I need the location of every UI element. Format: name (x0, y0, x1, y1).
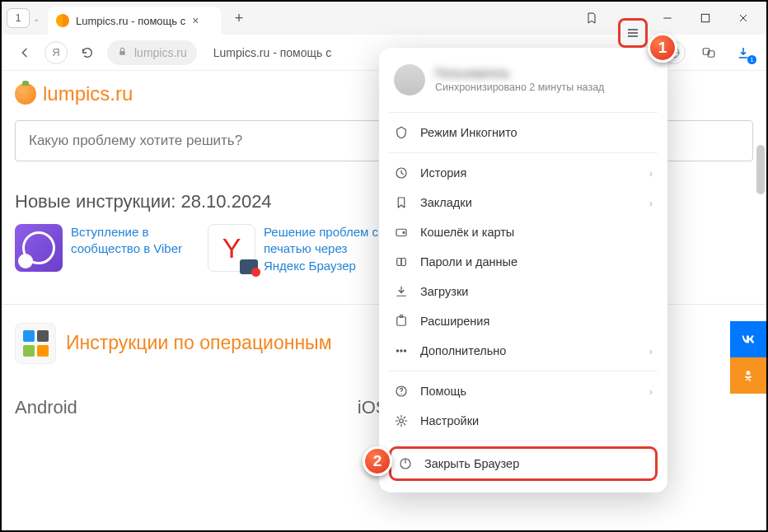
site-name[interactable]: lumpics.ru (43, 82, 133, 105)
viber-thumb-icon (15, 224, 63, 272)
menu-separator (389, 112, 658, 113)
downloads-badge: 1 (747, 55, 756, 64)
menu-item-label: Закрыть Браузер (424, 457, 519, 470)
menu-separator (389, 152, 658, 153)
annotation-callout-2: 2 (363, 446, 392, 476)
tab-dropdown-icon[interactable]: ⌄ (33, 14, 40, 23)
article-link[interactable]: Решение проблем с печатью через Яндекс Б… (264, 224, 381, 274)
download-icon (394, 284, 409, 299)
help-icon (394, 384, 409, 399)
annotation-callout-1: 1 (648, 33, 677, 63)
svg-rect-16 (401, 259, 405, 266)
svg-point-8 (747, 371, 751, 375)
menu-item-label: Режим Инкогнито (420, 126, 517, 139)
main-menu-button[interactable] (618, 18, 648, 48)
menu-separator (389, 441, 658, 441)
titlebar: 1 ⌄ Lumpics.ru - помощь с × + (2, 2, 766, 35)
tab-counter[interactable]: 1 (7, 8, 30, 28)
menu-close-browser[interactable]: Закрыть Браузер (389, 446, 658, 481)
menu-item-label: Помощь (420, 385, 466, 398)
close-window-button[interactable] (725, 5, 761, 31)
menu-settings[interactable]: Настройки (379, 406, 667, 436)
chevron-right-icon: › (649, 197, 653, 209)
article-card[interactable]: Вступление в сообщество в Viber (15, 224, 188, 274)
back-button[interactable] (13, 41, 36, 64)
menu-bookmarks[interactable]: Закладки › (379, 188, 667, 217)
more-icon (394, 343, 409, 358)
menu-passwords[interactable]: Пароли и данные (379, 247, 667, 277)
svg-rect-17 (397, 317, 406, 326)
svg-point-23 (400, 419, 404, 423)
browser-main-menu: Пользователь Синхронизировано 2 минуты н… (379, 48, 667, 492)
svg-rect-18 (400, 315, 403, 318)
sync-status: Синхронизировано 2 минуты назад (435, 82, 604, 93)
menu-item-label: Кошелёк и карты (420, 226, 514, 239)
account-name: Пользователь (435, 67, 604, 80)
history-icon (394, 166, 409, 180)
favicon-icon (56, 14, 69, 27)
lock-icon (117, 45, 128, 60)
scrollbar[interactable] (756, 145, 765, 194)
svg-rect-4 (119, 50, 125, 54)
window-controls (574, 2, 761, 35)
menu-item-label: Расширения (420, 315, 489, 328)
reload-button[interactable] (76, 41, 99, 64)
power-icon (398, 456, 413, 471)
menu-incognito[interactable]: Режим Инкогнито (379, 118, 667, 147)
vk-share-button[interactable] (730, 321, 766, 357)
chevron-right-icon: › (649, 345, 653, 357)
social-sidebar (730, 321, 766, 394)
close-tab-icon[interactable]: × (192, 14, 199, 27)
printer-badge-icon (240, 259, 258, 274)
gear-icon (394, 413, 409, 428)
maximize-button[interactable] (687, 5, 724, 31)
menu-separator (389, 371, 658, 371)
menu-account-header[interactable]: Пользователь Синхронизировано 2 минуты н… (379, 56, 667, 107)
menu-item-label: Пароли и данные (420, 255, 517, 268)
tab-title: Lumpics.ru - помощь с (76, 15, 185, 27)
downloads-icon[interactable]: 1 (732, 41, 755, 64)
browser-tab[interactable]: Lumpics.ru - помощь с × (48, 7, 221, 35)
passwords-icon (394, 254, 409, 269)
os-section-link[interactable]: Инструкции по операционным (66, 332, 331, 354)
wallet-icon (394, 225, 409, 240)
svg-point-19 (396, 350, 398, 352)
menu-wallet[interactable]: Кошелёк и карты (379, 217, 667, 247)
minimize-button[interactable] (649, 5, 686, 31)
svg-rect-1 (701, 14, 709, 21)
menu-item-label: История (420, 166, 466, 180)
android-heading: Android (15, 397, 77, 418)
menu-history[interactable]: История › (379, 158, 667, 188)
menu-extensions[interactable]: Расширения (379, 306, 667, 336)
translate-icon[interactable] (697, 41, 720, 64)
url-field[interactable]: lumpics.ru (107, 40, 197, 65)
svg-rect-15 (397, 259, 401, 266)
new-tab-button[interactable]: + (227, 7, 251, 30)
url-description: Lumpics.ru - помощь с (213, 46, 331, 59)
menu-item-label: Закладки (420, 196, 472, 209)
menu-downloads[interactable]: Загрузки (379, 277, 667, 306)
menu-item-label: Загрузки (420, 285, 468, 298)
menu-help[interactable]: Помощь › (379, 376, 667, 406)
menu-item-label: Дополнительно (420, 344, 506, 357)
extensions-icon (394, 314, 409, 329)
svg-point-14 (403, 231, 405, 233)
avatar-icon (394, 64, 425, 96)
svg-point-21 (404, 350, 405, 352)
bookmark-page-icon[interactable] (574, 5, 610, 31)
incognito-icon (394, 125, 409, 140)
os-thumb-icon (15, 323, 56, 364)
yandex-home-icon[interactable]: Я (44, 41, 68, 64)
svg-point-20 (400, 350, 402, 352)
chevron-right-icon: › (649, 385, 653, 398)
menu-more[interactable]: Дополнительно › (379, 336, 667, 366)
site-logo-icon (15, 83, 36, 105)
article-link[interactable]: Вступление в сообщество в Viber (71, 224, 188, 274)
chevron-right-icon: › (649, 167, 653, 180)
ok-share-button[interactable] (730, 357, 766, 394)
url-domain: lumpics.ru (134, 46, 187, 59)
yandex-browser-thumb-icon: Y (208, 224, 255, 272)
article-card[interactable]: Y Решение проблем с печатью через Яндекс… (208, 224, 381, 274)
bookmark-icon (394, 195, 409, 210)
menu-item-label: Настройки (420, 414, 479, 427)
